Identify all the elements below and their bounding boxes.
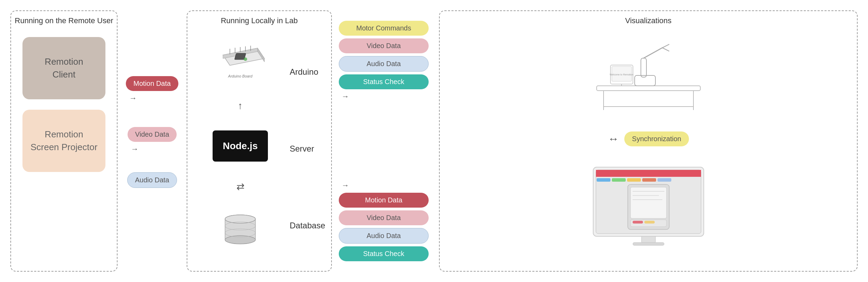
- lab-title: Running Locally in Lab: [221, 16, 298, 26]
- motion-data-group: Motion Data →: [126, 76, 178, 103]
- remotion-projector-label: RemotionScreen Projector: [30, 128, 97, 153]
- video-data-badge-3: Video Data: [339, 210, 429, 225]
- svg-rect-50: [644, 221, 655, 224]
- database-label: Database: [290, 221, 325, 230]
- svg-rect-51: [642, 236, 655, 243]
- svg-rect-37: [596, 170, 617, 177]
- sync-area: ↔ Synchronization: [608, 128, 689, 150]
- section-lab: Running Locally in Lab: [187, 10, 332, 272]
- nodejs-label: Node.js: [223, 140, 258, 152]
- svg-rect-42: [657, 178, 671, 182]
- svg-rect-38: [597, 178, 610, 182]
- remotion-client-box: RemotionClient: [22, 37, 105, 99]
- svg-rect-39: [612, 178, 626, 182]
- section-remote: Running on the Remote User RemotionClien…: [10, 10, 118, 272]
- remotion-projector-box: RemotionScreen Projector: [22, 110, 105, 172]
- audio-data-badge-2: Audio Data: [339, 56, 429, 72]
- flow-group-1: Motor Commands Video Data Audio Data Sta…: [339, 21, 429, 101]
- viz-bottom-area: [586, 150, 711, 267]
- sync-badge: Synchronization: [624, 131, 689, 146]
- motion-data-badge: Motion Data: [126, 76, 178, 91]
- svg-rect-25: [641, 58, 646, 77]
- up-arrow-1: ↑: [238, 100, 243, 111]
- diagram: Running on the Remote User RemotionClien…: [0, 0, 868, 282]
- flow-arrow-1: →: [342, 92, 429, 101]
- motion-arrow: →: [129, 94, 178, 103]
- flow-arrow-2: →: [342, 181, 429, 190]
- motor-commands-badge: Motor Commands: [339, 21, 429, 36]
- remote-to-lab-arrows: Motion Data → Video Data → Audio Data: [118, 28, 187, 282]
- svg-rect-52: [633, 243, 664, 245]
- svg-point-10: [244, 57, 247, 61]
- monitor-svg: [586, 164, 711, 254]
- remotion-client-label: RemotionClient: [45, 55, 83, 81]
- video-arrow: →: [131, 145, 177, 154]
- svg-rect-40: [627, 178, 641, 182]
- svg-line-27: [662, 48, 669, 51]
- svg-line-26: [644, 48, 662, 58]
- svg-rect-49: [633, 221, 643, 224]
- svg-text:Arduino Board: Arduino Board: [228, 74, 253, 78]
- sync-icon: ↔: [608, 133, 619, 145]
- arduino-svg: Arduino Board: [213, 43, 268, 81]
- video-data-badge: Video Data: [128, 127, 177, 142]
- svg-rect-20: [597, 86, 700, 91]
- viz-top-area: Welcome to Remotion: [583, 30, 714, 128]
- database-device: [220, 211, 261, 254]
- video-data-group: Video Data →: [128, 127, 177, 154]
- svg-text:Welcome to Remotion: Welcome to Remotion: [609, 73, 633, 76]
- motion-data-badge-2: Motion Data: [339, 193, 429, 208]
- svg-rect-41: [642, 178, 656, 182]
- audio-data-group: Audio Data: [127, 172, 177, 188]
- arduino-device: Arduino Board: [213, 43, 268, 81]
- sync-arrows: ⇄: [236, 181, 244, 192]
- video-data-badge-2: Video Data: [339, 38, 429, 53]
- status-check-badge: Status Check: [339, 74, 429, 89]
- section-viz: Visualizations: [439, 10, 858, 272]
- flow-group-2: → Motion Data Video Data Audio Data Stat…: [339, 181, 429, 261]
- server-label: Server: [290, 144, 314, 154]
- nodejs-box: Node.js: [213, 130, 268, 162]
- audio-data-badge: Audio Data: [127, 172, 177, 188]
- flow-column: Motor Commands Video Data Audio Data Sta…: [332, 0, 436, 282]
- svg-line-28: [662, 44, 669, 48]
- audio-data-badge-3: Audio Data: [339, 228, 429, 244]
- svg-rect-44: [631, 187, 666, 218]
- remote-title: Running on the Remote User: [15, 16, 113, 26]
- arduino-label: Arduino: [290, 67, 318, 77]
- viz-title: Visualizations: [625, 16, 671, 26]
- status-check-badge-2: Status Check: [339, 246, 429, 261]
- database-svg: [220, 211, 261, 253]
- arduino-bench-svg: Welcome to Remotion: [583, 41, 714, 117]
